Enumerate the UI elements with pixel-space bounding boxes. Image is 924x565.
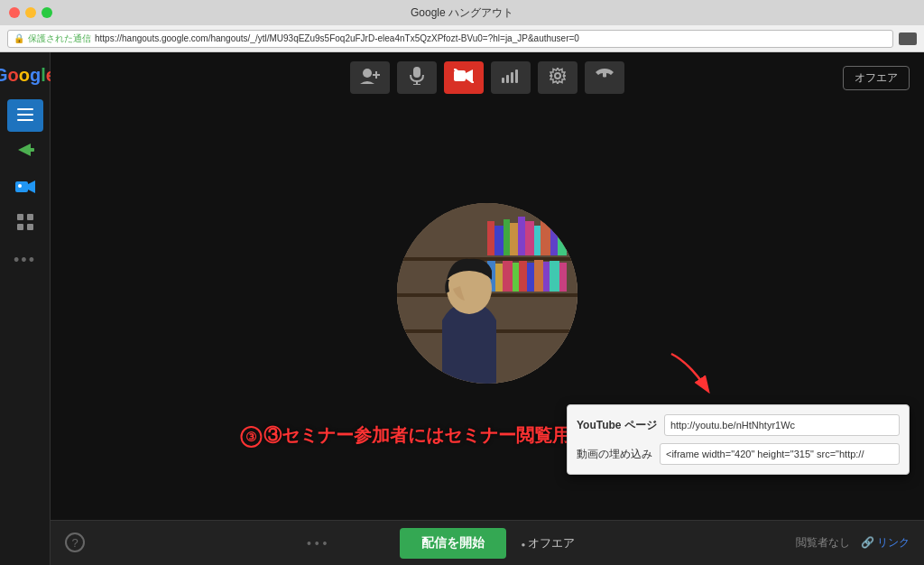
close-button[interactable]	[9, 7, 20, 18]
sidebar: Google	[0, 52, 51, 565]
phone-hangup-icon	[595, 69, 614, 87]
svg-rect-21	[502, 78, 504, 83]
ofea-button[interactable]: オフエア	[843, 66, 910, 90]
svg-rect-48	[550, 261, 559, 292]
google-logo-area: Google	[7, 61, 43, 88]
svg-rect-46	[534, 260, 543, 292]
signal-button[interactable]	[491, 61, 531, 94]
bottom-ofea-label: オフエア	[521, 535, 574, 551]
browser-chrome: Google ハングアウト 🔒 保護された通信 https://hangouts…	[0, 0, 924, 52]
maximize-button[interactable]	[42, 7, 52, 18]
svg-rect-2	[17, 119, 33, 121]
more-dots-icon: •••	[14, 251, 36, 270]
bottom-right-info: 閲覧者なし 🔗 リンク	[796, 535, 910, 551]
logo-o1: o	[8, 66, 19, 84]
svg-rect-38	[550, 223, 558, 255]
svg-rect-24	[515, 69, 518, 83]
svg-point-25	[555, 73, 560, 79]
avatar-image	[397, 203, 578, 384]
menu-icon	[17, 108, 33, 124]
gear-icon	[550, 68, 566, 88]
svg-rect-42	[503, 261, 513, 292]
minimize-button[interactable]	[25, 7, 36, 18]
youtube-page-row: YouTube ページ	[577, 414, 900, 436]
svg-rect-9	[27, 214, 33, 220]
camera-icon[interactable]	[899, 32, 917, 45]
bottom-dots: • • •	[307, 536, 327, 551]
question-icon: ?	[71, 536, 78, 550]
svg-rect-39	[558, 217, 567, 255]
mute-button[interactable]	[397, 61, 437, 94]
svg-rect-8	[17, 214, 23, 220]
start-broadcast-button[interactable]: 配信を開始	[400, 528, 506, 559]
video-toggle-button[interactable]	[444, 61, 484, 94]
logo-g1: G	[0, 66, 8, 84]
svg-rect-32	[504, 219, 510, 255]
settings-button[interactable]	[538, 61, 578, 94]
main-content: オフエア	[51, 52, 924, 565]
url-text: https://hangouts.google.com/hangouts/_/y…	[95, 33, 579, 43]
video-off-icon	[454, 69, 474, 87]
svg-rect-31	[494, 226, 504, 255]
address-toolbar: 🔒 保護された通信 https://hangouts.google.com/ha…	[0, 25, 924, 52]
app-container: Google	[0, 52, 924, 565]
svg-rect-34	[518, 217, 525, 255]
svg-rect-11	[27, 224, 33, 230]
sidebar-item-share[interactable]	[7, 135, 43, 168]
address-bar[interactable]: 🔒 保護された通信 https://hangouts.google.com/ha…	[7, 30, 893, 48]
svg-rect-5	[15, 181, 28, 192]
page-title: Google ハングアウト	[411, 5, 513, 21]
svg-rect-1	[17, 114, 33, 116]
svg-rect-35	[525, 221, 534, 255]
svg-rect-44	[519, 261, 527, 292]
arrow-indicator	[662, 345, 716, 403]
avatar-circle	[397, 203, 578, 384]
youtube-popup: YouTube ページ 動画の埋め込み	[567, 404, 910, 475]
signal-icon	[502, 69, 520, 87]
circled-number: ③	[240, 426, 262, 448]
add-person-button[interactable]	[350, 61, 390, 94]
secure-label: 保護された通信	[28, 32, 91, 45]
sidebar-item-video[interactable]	[7, 171, 43, 204]
sidebar-item-more[interactable]: •••	[7, 244, 43, 276]
lock-icon: 🔒	[14, 33, 24, 43]
svg-rect-45	[527, 263, 534, 292]
logo-o2: o	[19, 66, 30, 84]
embed-code-input[interactable]	[660, 443, 900, 465]
youtube-page-input[interactable]	[664, 414, 900, 436]
microphone-icon	[410, 67, 424, 88]
link-button[interactable]: 🔗 リンク	[861, 535, 910, 551]
hangup-button[interactable]	[585, 61, 624, 94]
video-area: ③③セミナー参加者にはセミナー閲覧用URLを送っておく。 自分	[51, 103, 924, 520]
google-wordmark: Google	[0, 66, 56, 84]
svg-rect-37	[541, 219, 550, 255]
svg-rect-36	[534, 226, 541, 255]
sidebar-item-grid[interactable]	[7, 208, 43, 240]
svg-rect-0	[17, 108, 33, 110]
embed-code-row: 動画の埋め込み	[577, 443, 900, 465]
svg-rect-10	[17, 224, 23, 230]
svg-marker-6	[28, 181, 35, 193]
sidebar-item-menu[interactable]	[7, 99, 43, 132]
svg-point-7	[18, 184, 22, 188]
svg-rect-43	[513, 263, 519, 292]
grid-icon	[17, 214, 33, 235]
svg-rect-49	[559, 263, 567, 292]
svg-rect-23	[511, 72, 513, 83]
svg-rect-15	[413, 67, 420, 78]
svg-rect-22	[506, 75, 509, 83]
svg-rect-41	[495, 264, 503, 292]
svg-rect-27	[397, 257, 578, 261]
title-bar: Google ハングアウト	[0, 0, 924, 25]
embed-code-label: 動画の埋め込み	[577, 447, 652, 462]
top-toolbar: オフエア	[51, 52, 924, 103]
svg-point-12	[363, 69, 372, 78]
youtube-page-label: YouTube ページ	[577, 418, 657, 433]
svg-rect-4	[29, 148, 34, 152]
svg-rect-47	[543, 262, 550, 292]
traffic-lights	[9, 7, 52, 18]
share-icon	[16, 142, 34, 162]
help-button[interactable]: ?	[65, 533, 85, 552]
video-camera-icon	[15, 180, 35, 197]
svg-rect-33	[510, 223, 518, 255]
